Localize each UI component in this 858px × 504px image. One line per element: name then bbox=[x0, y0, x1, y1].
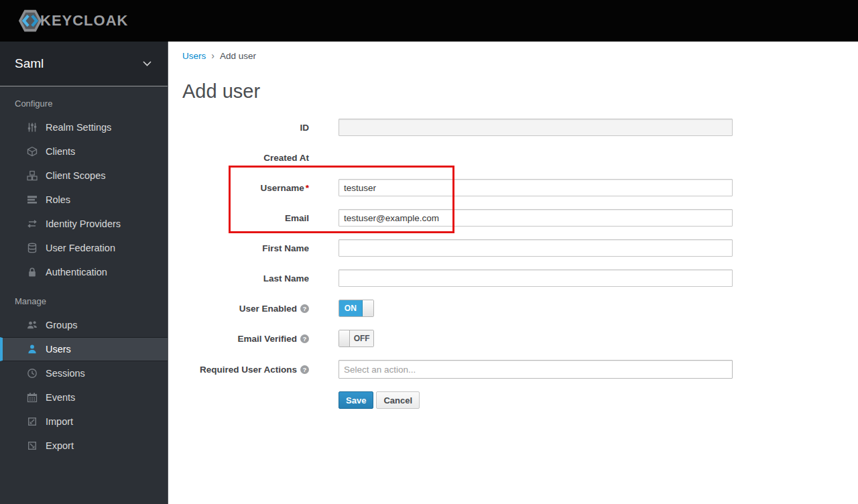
breadcrumb-separator-icon: › bbox=[211, 50, 214, 61]
logo-wordmark: KEYCLOAK bbox=[40, 12, 128, 29]
required-asterisk: * bbox=[306, 183, 309, 193]
form-actions: Save Cancel bbox=[339, 391, 733, 409]
first-name-label: First Name bbox=[182, 243, 309, 253]
sidebar-item-realm-settings[interactable]: Realm Settings bbox=[0, 115, 168, 139]
breadcrumb: Users › Add user bbox=[182, 50, 256, 61]
form-row-first-name: First Name bbox=[182, 239, 733, 257]
sidebar-item-sessions[interactable]: Sessions bbox=[0, 361, 168, 385]
sidebar-item-label: Realm Settings bbox=[46, 122, 111, 133]
sidebar-item-label: Export bbox=[46, 440, 74, 451]
user-enabled-toggle[interactable]: ON bbox=[339, 300, 374, 317]
exchange-arrows-icon bbox=[27, 218, 38, 229]
groups-icon bbox=[27, 320, 38, 330]
form-row-username: Username* bbox=[182, 179, 733, 196]
sidebar-item-import[interactable]: Import bbox=[0, 410, 168, 434]
help-icon[interactable]: ? bbox=[300, 365, 309, 374]
keycloak-hexagon-icon bbox=[17, 8, 43, 34]
toggle-on-label: ON bbox=[339, 300, 363, 316]
form-row-required-user-actions: Required User Actions? bbox=[182, 360, 733, 379]
sidebar-item-label: Events bbox=[46, 392, 75, 403]
last-name-label: Last Name bbox=[182, 273, 309, 284]
help-icon[interactable]: ? bbox=[300, 334, 309, 343]
cube-icon bbox=[27, 146, 38, 157]
toggle-handle bbox=[363, 300, 373, 316]
sidebar-item-label: Authentication bbox=[46, 267, 107, 277]
keycloak-logo[interactable]: KEYCLOAK bbox=[17, 8, 128, 34]
sidebar-item-authentication[interactable]: Authentication bbox=[0, 260, 168, 284]
form-row-created-at: Created At bbox=[182, 149, 733, 166]
sidebar-item-roles[interactable]: Roles bbox=[0, 188, 168, 212]
page-title: Add user bbox=[182, 80, 260, 103]
email-verified-toggle[interactable]: OFF bbox=[339, 330, 374, 347]
sidebar-item-label: Import bbox=[46, 416, 73, 427]
sidebar-item-label: Roles bbox=[46, 194, 70, 205]
export-icon bbox=[27, 440, 38, 451]
sidebar-item-export[interactable]: Export bbox=[0, 434, 168, 458]
sidebar-item-identity-providers[interactable]: Identity Providers bbox=[0, 212, 168, 236]
sidebar-section-configure: Configure bbox=[0, 86, 168, 115]
clock-icon bbox=[27, 368, 38, 379]
realm-selector[interactable]: Saml bbox=[0, 42, 168, 86]
sidebar-item-user-federation[interactable]: User Federation bbox=[0, 236, 168, 260]
sidebar: Saml Configure Realm Settings Clients Cl… bbox=[0, 42, 168, 504]
calendar-icon bbox=[27, 392, 38, 403]
form-row-email: Email bbox=[182, 209, 733, 227]
form-row-user-enabled: User Enabled? ON bbox=[182, 300, 733, 317]
sidebar-item-groups[interactable]: Groups bbox=[0, 313, 168, 337]
sidebar-item-client-scopes[interactable]: Client Scopes bbox=[0, 164, 168, 188]
form-row-email-verified: Email Verified? OFF bbox=[182, 330, 733, 347]
created-at-label: Created At bbox=[182, 153, 309, 163]
required-user-actions-label: Required User Actions? bbox=[182, 365, 309, 375]
first-name-field[interactable] bbox=[339, 239, 733, 257]
email-field[interactable] bbox=[339, 209, 733, 227]
username-label: Username* bbox=[182, 183, 309, 193]
add-user-form: ID Created At Username* Email First Name… bbox=[182, 119, 733, 409]
user-icon bbox=[27, 344, 38, 355]
sidebar-item-label: Identity Providers bbox=[46, 218, 121, 229]
sidebar-item-users[interactable]: Users bbox=[0, 337, 168, 361]
list-icon bbox=[27, 194, 38, 205]
breadcrumb-users-link[interactable]: Users bbox=[182, 51, 206, 61]
sidebar-item-clients[interactable]: Clients bbox=[0, 139, 168, 164]
database-icon bbox=[27, 243, 38, 253]
form-row-id: ID bbox=[182, 119, 733, 136]
sidebar-item-label: Sessions bbox=[46, 368, 85, 379]
sidebar-item-label: Client Scopes bbox=[46, 170, 105, 181]
email-verified-label: Email Verified? bbox=[182, 334, 309, 344]
form-row-last-name: Last Name bbox=[182, 269, 733, 287]
cubes-icon bbox=[27, 170, 38, 181]
app-header: KEYCLOAK bbox=[0, 0, 858, 42]
username-field[interactable] bbox=[339, 179, 733, 196]
main-content: Users › Add user Add user ID Created At … bbox=[168, 42, 858, 504]
sliders-icon bbox=[27, 122, 38, 133]
sidebar-item-events[interactable]: Events bbox=[0, 385, 168, 410]
import-icon bbox=[27, 416, 38, 427]
chevron-down-icon bbox=[143, 61, 151, 66]
id-field[interactable] bbox=[339, 119, 733, 136]
toggle-handle bbox=[339, 330, 350, 346]
realm-name: Saml bbox=[15, 56, 44, 71]
user-enabled-label: User Enabled? bbox=[182, 304, 309, 314]
breadcrumb-current: Add user bbox=[220, 51, 256, 61]
sidebar-item-label: Users bbox=[46, 344, 71, 355]
required-user-actions-select[interactable] bbox=[339, 360, 733, 379]
email-label: Email bbox=[182, 213, 309, 223]
sidebar-item-label: User Federation bbox=[46, 243, 115, 253]
last-name-field[interactable] bbox=[339, 269, 733, 287]
sidebar-section-manage: Manage bbox=[0, 284, 168, 313]
lock-icon bbox=[27, 267, 38, 277]
toggle-off-label: OFF bbox=[350, 330, 373, 346]
sidebar-item-label: Clients bbox=[46, 146, 75, 157]
help-icon[interactable]: ? bbox=[300, 304, 309, 313]
sidebar-item-label: Groups bbox=[46, 320, 78, 330]
cancel-button[interactable]: Cancel bbox=[376, 391, 420, 409]
save-button[interactable]: Save bbox=[339, 391, 373, 409]
id-label: ID bbox=[182, 123, 309, 133]
